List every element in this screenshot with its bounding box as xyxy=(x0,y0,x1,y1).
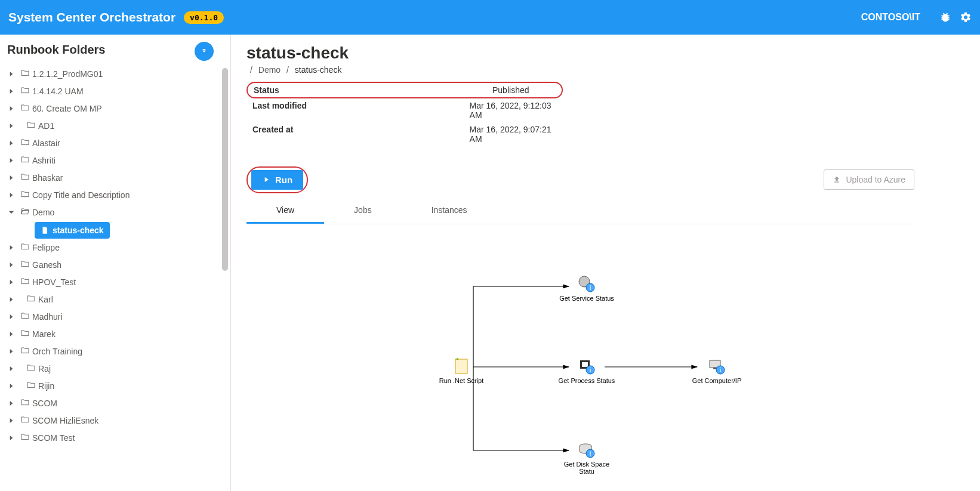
app-header: System Center Orchestrator v0.1.0 CONTOS… xyxy=(0,0,980,35)
tree-file-selected[interactable]: status-check xyxy=(35,222,110,239)
collapse-sidebar-button[interactable] xyxy=(195,42,214,61)
run-button[interactable]: Run xyxy=(251,170,303,190)
meta-modified-label: Last modified xyxy=(252,101,470,120)
info-gear-icon: i xyxy=(577,274,596,294)
tree-folder[interactable]: Demo xyxy=(7,203,224,221)
app-title: System Center Orchestrator xyxy=(8,10,175,24)
diagram-node-label: Get Service Status xyxy=(557,295,617,302)
tab-view[interactable]: View xyxy=(246,198,324,224)
runbook-meta: Status Published Last modified Mar 16, 2… xyxy=(246,82,563,146)
upload-azure-button[interactable]: Upload to Azure xyxy=(824,169,914,190)
runbook-tabs: View Jobs Instances xyxy=(246,198,914,224)
folder-tree: 1.2.1.2_ProdMG011.4.14.2 UAM60. Create O… xyxy=(6,65,224,489)
diagram-node-computer[interactable]: i Get Computer/IP xyxy=(687,357,747,384)
tree-folder[interactable]: SCOM HizliEsnek xyxy=(7,412,224,429)
tree-folder[interactable]: Karl xyxy=(7,291,224,308)
tree-folder[interactable]: Ganesh xyxy=(7,256,224,273)
sidebar: Runbook Folders 1.2.1.2_ProdMG011.4.14.2… xyxy=(0,35,231,491)
diagram-node-disk[interactable]: i Get Disk Space Statu xyxy=(557,440,617,475)
page-title: status-check xyxy=(246,44,914,63)
tree-folder[interactable]: HPOV_Test xyxy=(7,273,224,291)
info-computer-icon: i xyxy=(707,357,726,376)
svg-text:i: i xyxy=(720,367,721,373)
play-icon xyxy=(262,175,270,184)
diagram-node-process[interactable]: i Get Process Status xyxy=(557,357,617,384)
sidebar-title: Runbook Folders xyxy=(6,43,224,57)
chevron-down-icon xyxy=(200,47,208,55)
svg-rect-5 xyxy=(582,362,588,367)
tree-folder[interactable]: Rijin xyxy=(7,377,224,394)
tenant-label: CONTOSO\IT xyxy=(861,12,920,23)
action-row: Run Upload to Azure xyxy=(246,166,914,193)
meta-created-label: Created at xyxy=(252,125,470,144)
tree-folder[interactable]: SCOM xyxy=(7,394,224,412)
main-content: status-check / Demo / status-check Statu… xyxy=(231,35,980,491)
diagram-node-service[interactable]: i Get Service Status xyxy=(557,274,617,302)
svg-text:i: i xyxy=(590,367,591,373)
svg-rect-0 xyxy=(455,359,467,373)
upload-button-label: Upload to Azure xyxy=(846,175,905,184)
tree-folder[interactable]: Copy Title and Description xyxy=(7,186,224,203)
run-button-highlight: Run xyxy=(246,166,308,193)
breadcrumb-seg[interactable]: Demo xyxy=(258,65,281,75)
meta-modified-value: Mar 16, 2022, 9:12:03 AM xyxy=(470,101,557,120)
script-icon xyxy=(452,357,471,376)
tree-folder[interactable]: Alastair xyxy=(7,134,224,152)
svg-text:i: i xyxy=(590,450,591,457)
breadcrumb: / Demo / status-check xyxy=(246,65,914,75)
version-badge: v0.1.0 xyxy=(184,11,224,24)
tree-folder[interactable]: 1.4.14.2 UAM xyxy=(7,82,224,100)
tree-folder[interactable]: Bhaskar xyxy=(7,169,224,186)
diagram-node-label: Get Disk Space Statu xyxy=(557,461,617,475)
tree-folder[interactable]: Marek xyxy=(7,325,224,342)
meta-modified-row: Last modified Mar 16, 2022, 9:12:03 AM xyxy=(246,98,563,122)
upload-icon xyxy=(833,175,841,184)
runbook-diagram: Run .Net Script i Get Service Status i G… xyxy=(246,227,914,483)
info-disk-icon: i xyxy=(577,440,596,459)
gear-icon[interactable] xyxy=(960,11,972,23)
meta-status-row: Status Published xyxy=(246,82,563,98)
tree-folder[interactable]: Madhuri xyxy=(7,308,224,325)
svg-text:i: i xyxy=(590,285,591,291)
sidebar-scrollbar[interactable] xyxy=(222,68,228,271)
tab-instances[interactable]: Instances xyxy=(402,198,497,224)
tree-folder[interactable]: SCOM Test xyxy=(7,429,224,446)
tree-folder[interactable]: Felippe xyxy=(7,239,224,256)
tree-folder[interactable]: Ashriti xyxy=(7,152,224,169)
tree-folder[interactable]: 60. Create OM MP xyxy=(7,100,224,117)
tree-folder[interactable]: 1.2.1.2_ProdMG01 xyxy=(7,65,224,82)
tree-folder[interactable]: Raj xyxy=(7,360,224,377)
diagram-node-label: Get Process Status xyxy=(557,377,617,384)
meta-status-label: Status xyxy=(254,85,492,95)
diagram-node-script[interactable]: Run .Net Script xyxy=(432,357,491,384)
breadcrumb-seg: status-check xyxy=(295,65,342,75)
tree-folder[interactable]: Orch Training xyxy=(7,342,224,360)
tree-folder[interactable]: AD1 xyxy=(7,117,224,134)
tab-jobs[interactable]: Jobs xyxy=(324,198,402,224)
meta-created-value: Mar 16, 2022, 9:07:21 AM xyxy=(470,125,557,144)
info-process-icon: i xyxy=(577,357,596,376)
meta-status-value: Published xyxy=(492,85,529,95)
diagram-node-label: Run .Net Script xyxy=(432,377,491,384)
run-button-label: Run xyxy=(275,175,292,185)
meta-created-row: Created at Mar 16, 2022, 9:07:21 AM xyxy=(246,122,563,146)
diagram-node-label: Get Computer/IP xyxy=(687,377,747,384)
bug-icon[interactable] xyxy=(939,11,951,23)
